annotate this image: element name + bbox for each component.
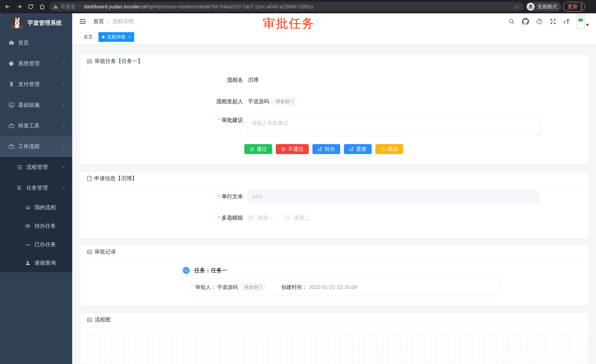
tags-view-bar: 首页 流程详情 ×	[72, 29, 596, 44]
sidebar-item-done-tasks[interactable]: 已办任务	[0, 235, 72, 254]
broken-image-icon	[578, 15, 583, 22]
workflow-submenu: 流程管理 任务管理 我的流程 待办任务	[0, 157, 72, 272]
briefcase-icon	[8, 143, 15, 150]
approver-label: 审批人：	[195, 284, 216, 291]
monitor-icon	[8, 102, 15, 108]
forward-icon[interactable]	[15, 2, 24, 11]
sidebar-item-devtools[interactable]: 研发工具	[0, 116, 72, 136]
incognito-icon	[527, 3, 535, 11]
collapse-sidebar-icon[interactable]	[79, 18, 86, 25]
face-icon	[24, 204, 31, 211]
created-time: 2022-01-21 22:35:08	[309, 284, 357, 290]
eye-open-icon	[24, 223, 31, 229]
sidebar-item-label: 任务管理	[26, 184, 48, 192]
sidebar-item-payment[interactable]: ¥ 支付管理	[0, 74, 72, 95]
approver-value: 芋道源码	[217, 284, 238, 291]
tag-home[interactable]: 首页	[80, 32, 96, 42]
close-tag-icon[interactable]: ×	[128, 35, 131, 39]
undo-icon	[380, 147, 385, 152]
sidebar-item-label: 已办任务	[34, 241, 56, 248]
help-icon[interactable]	[536, 18, 543, 25]
sidebar-item-my-process[interactable]: 我的流程	[0, 198, 72, 217]
initiator-dept-tag: 研发部门	[273, 97, 297, 106]
font-size-icon[interactable]: TT	[563, 18, 570, 25]
delegate-button[interactable]: 委派	[344, 144, 372, 154]
tree-icon	[16, 185, 23, 191]
picture-icon	[87, 249, 92, 255]
browser-menu-icon[interactable]	[581, 4, 582, 10]
process-diagram-card: 流程图	[80, 313, 589, 364]
sidebar-item-home[interactable]: 首页	[0, 33, 72, 53]
created-label: 创建时间：	[281, 284, 307, 291]
sidebar-item-infra[interactable]: 基础设施	[0, 95, 72, 116]
sidebar-item-workflow[interactable]: 工作流程	[0, 136, 72, 157]
transfer-button[interactable]: 转办	[313, 144, 340, 154]
card-title: 审批任务【任务一】	[95, 58, 143, 65]
sidebar-item-system[interactable]: 系统管理	[0, 53, 72, 74]
reject-button[interactable]: 不通过	[276, 144, 309, 154]
sidebar-item-todo-tasks[interactable]: 待办任务	[0, 217, 72, 235]
bpmn-canvas[interactable]	[88, 335, 589, 364]
tag-process-detail[interactable]: 流程详情 ×	[98, 32, 134, 42]
search-icon[interactable]	[508, 18, 515, 25]
address-bar[interactable]: 不安全 | dashboard.yudao.iocoder.cn/bpm/pro…	[49, 2, 524, 11]
incognito-label: 无痕模式	[537, 3, 557, 10]
warning-icon	[53, 4, 58, 9]
return-button[interactable]: 退回	[375, 144, 403, 154]
toolbox-icon	[8, 123, 15, 129]
picture-icon	[87, 58, 92, 64]
edit-icon	[318, 147, 322, 152]
breadcrumb-home[interactable]: 首页	[93, 18, 104, 25]
chevron-down-icon	[61, 61, 66, 66]
github-icon[interactable]	[522, 18, 529, 25]
sidebar-item-label: 首页	[18, 39, 29, 47]
breadcrumb-current: 流程详情	[112, 18, 134, 25]
security-label[interactable]: 不安全	[61, 3, 76, 10]
chevron-down-icon	[61, 124, 66, 128]
bookmark-star-icon[interactable]: ☆	[514, 3, 520, 10]
page-header: 首页 / 流程详情 审批任务 TT	[72, 13, 596, 29]
required-asterisk: *	[218, 215, 220, 221]
chevron-up-icon	[61, 186, 66, 190]
approve-button[interactable]: 通过	[244, 144, 272, 154]
edit-icon	[250, 147, 254, 152]
process-name-value: 滔博	[248, 76, 259, 84]
checkbox-option-2[interactable]: 选项二	[284, 214, 310, 222]
fullscreen-icon[interactable]	[550, 18, 556, 25]
initiator-label: 流程发起人	[80, 98, 243, 105]
sidebar-item-leave-query[interactable]: 请假查询	[0, 254, 72, 272]
checkbox-unchecked-icon	[284, 215, 290, 221]
breadcrumb: 首页 / 流程详情	[93, 18, 134, 25]
single-text-input[interactable]	[248, 190, 540, 203]
apply-info-card: 申请信息【滔博】 *单行文本 *多选框组 ✓ 选项一	[80, 172, 589, 239]
card-title: 流程图	[95, 316, 111, 323]
reload-icon[interactable]	[26, 2, 36, 11]
avatar-dropdown-caret[interactable]	[586, 24, 589, 26]
browser-update-button[interactable]: 更新	[563, 2, 585, 11]
url-separator: |	[79, 4, 81, 10]
back-icon[interactable]	[3, 2, 13, 11]
process-name-label: 流程名	[80, 76, 243, 84]
user-icon	[24, 260, 31, 266]
home-icon[interactable]	[37, 2, 47, 11]
approve-record-card: 审批记录 任务：任务一 审批人：芋道源码 研发部门 创建时间： 202	[80, 245, 589, 306]
sidebar-item-label: 我的流程	[34, 204, 56, 211]
chevron-down-icon	[61, 165, 66, 169]
update-label: 更新	[567, 3, 578, 10]
sidebar-item-process-mgmt[interactable]: 流程管理	[0, 157, 72, 178]
sidebar-logo[interactable]: 芋道管理系统	[0, 13, 72, 33]
avatar[interactable]	[577, 14, 585, 29]
sidebar-item-label: 基础设施	[18, 101, 40, 109]
card-title: 申请信息【滔博】	[94, 175, 137, 182]
url-path: /bpm/process-instance/detail?id=54aa251f…	[147, 4, 313, 9]
checkbox-option-1[interactable]: ✓ 选项一	[248, 214, 273, 222]
url-host: dashboard.yudao.iocoder.cn	[84, 4, 147, 9]
list-icon	[16, 164, 23, 170]
sidebar-item-task-mgmt[interactable]: 任务管理	[0, 178, 72, 198]
clock-icon	[183, 267, 189, 274]
active-dot	[102, 36, 104, 38]
card-title: 审批记录	[95, 248, 116, 256]
suggestion-textarea[interactable]	[248, 116, 540, 136]
edit-icon	[349, 147, 354, 152]
initiator-value: 芋道源码	[248, 98, 269, 105]
